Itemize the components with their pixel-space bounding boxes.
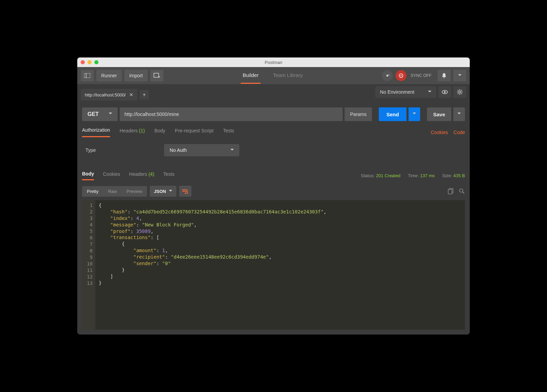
- request-tabs-bar: http://localhost:5000/ ✕ + No Environmen…: [77, 84, 470, 101]
- svg-line-18: [458, 93, 458, 94]
- sync-label: SYNC OFF: [411, 73, 431, 78]
- code-link[interactable]: Code: [454, 130, 465, 135]
- titlebar: Postman: [77, 57, 470, 67]
- http-method-select[interactable]: GET: [82, 107, 118, 121]
- chevron-down-icon: [230, 147, 234, 153]
- main-toolbar: Runner Import + Builder Team Library SYN…: [77, 67, 470, 84]
- params-button[interactable]: Params: [345, 107, 372, 121]
- chevron-down-icon: [457, 111, 461, 117]
- svg-line-16: [461, 93, 462, 94]
- url-input[interactable]: [120, 107, 343, 121]
- runner-button[interactable]: Runner: [96, 70, 122, 81]
- svg-point-9: [444, 91, 446, 93]
- save-dropdown-button[interactable]: [453, 107, 465, 121]
- import-button[interactable]: Import: [124, 70, 148, 81]
- sync-button[interactable]: [396, 70, 406, 81]
- resp-tab-body[interactable]: Body: [82, 171, 94, 180]
- response-code: { "hash": "ca4dd7bed52c669976073254492b2…: [95, 200, 330, 330]
- save-button[interactable]: Save: [427, 107, 451, 121]
- request-tab-label: http://localhost:5000/: [85, 92, 126, 97]
- svg-rect-2: [154, 73, 159, 77]
- line-gutter: 12345678910111213: [82, 200, 95, 330]
- view-preview[interactable]: Preview: [122, 186, 147, 197]
- request-builder: GET Params Send Save Authorization Heade…: [77, 101, 470, 137]
- svg-point-7: [444, 77, 445, 78]
- svg-line-22: [463, 192, 464, 194]
- resp-tab-cookies[interactable]: Cookies: [103, 171, 120, 180]
- send-button[interactable]: Send: [379, 107, 406, 121]
- search-icon[interactable]: [459, 188, 465, 194]
- settings-button[interactable]: [453, 86, 466, 98]
- req-tab-tests[interactable]: Tests: [223, 128, 234, 137]
- svg-point-10: [459, 91, 461, 93]
- send-dropdown-button[interactable]: [409, 107, 420, 121]
- sidebar-icon: [84, 73, 90, 78]
- svg-point-21: [459, 189, 463, 192]
- chevron-down-icon: [458, 73, 462, 79]
- eye-icon: [441, 90, 448, 94]
- req-tab-authorization[interactable]: Authorization: [82, 127, 110, 137]
- request-tab[interactable]: http://localhost:5000/ ✕: [81, 89, 137, 101]
- add-tab-button[interactable]: +: [139, 90, 149, 100]
- app-window: Postman Runner Import + Builder Team Lib…: [77, 57, 470, 335]
- size-block: Size: 435 B: [442, 173, 465, 178]
- view-pretty[interactable]: Pretty: [82, 186, 103, 197]
- new-tab-icon: +: [154, 73, 160, 78]
- sync-icon: [398, 73, 404, 78]
- req-tab-prerequest[interactable]: Pre-request Script: [175, 128, 214, 137]
- http-method-label: GET: [88, 111, 99, 117]
- cookies-link[interactable]: Cookies: [431, 130, 448, 135]
- tab-team-library[interactable]: Team Library: [271, 67, 305, 84]
- bell-icon: [442, 73, 446, 78]
- req-tab-body[interactable]: Body: [155, 128, 165, 137]
- response-body-viewer[interactable]: 12345678910111213 { "hash": "ca4dd7bed52…: [82, 200, 465, 330]
- svg-rect-20: [448, 190, 452, 194]
- resp-headers-count: (4): [148, 171, 154, 177]
- svg-line-15: [458, 90, 458, 91]
- chevron-down-icon: [169, 188, 172, 194]
- gear-icon: [457, 89, 463, 95]
- resp-tab-tests[interactable]: Tests: [163, 171, 175, 180]
- wrap-lines-button[interactable]: [179, 186, 191, 197]
- svg-text:+: +: [158, 75, 160, 78]
- svg-line-17: [461, 90, 462, 91]
- wrap-icon: [182, 189, 189, 194]
- tab-builder[interactable]: Builder: [241, 67, 261, 84]
- environment-label: No Environment: [380, 89, 414, 95]
- toolbar-menu-button[interactable]: [453, 70, 466, 81]
- environment-select[interactable]: No Environment: [375, 86, 436, 98]
- chevron-down-icon: [428, 89, 431, 95]
- req-tab-headers[interactable]: Headers (1): [120, 128, 145, 137]
- svg-point-6: [401, 75, 402, 76]
- time-block: Time: 137 ms: [408, 173, 435, 178]
- status-block: Status: 201 Created: [361, 173, 401, 178]
- format-select[interactable]: JSON: [150, 186, 176, 197]
- svg-rect-0: [84, 73, 90, 78]
- chevron-down-icon: [109, 111, 112, 117]
- svg-point-4: [386, 75, 388, 77]
- chevron-down-icon: [413, 111, 416, 117]
- environment-quicklook-button[interactable]: [438, 86, 451, 98]
- capture-button[interactable]: [382, 70, 393, 81]
- notifications-button[interactable]: [438, 70, 451, 81]
- satellite-icon: [385, 73, 390, 78]
- response-tabs: Body Cookies Headers (4) Tests Status: 2…: [77, 169, 470, 182]
- toggle-sidebar-button[interactable]: [81, 70, 94, 81]
- new-tab-button[interactable]: +: [150, 70, 163, 81]
- window-title: Postman: [77, 60, 470, 65]
- copy-icon[interactable]: [448, 188, 454, 194]
- auth-type-select[interactable]: No Auth: [164, 144, 239, 156]
- resp-tab-headers[interactable]: Headers (4): [129, 171, 155, 180]
- view-raw[interactable]: Raw: [103, 186, 122, 197]
- close-tab-button[interactable]: ✕: [129, 92, 133, 97]
- authorization-panel: Type No Auth: [77, 137, 470, 165]
- headers-count: (1): [139, 128, 145, 133]
- auth-type-label: Type: [85, 147, 96, 153]
- response-view-options: Pretty Raw Preview JSON: [77, 182, 470, 200]
